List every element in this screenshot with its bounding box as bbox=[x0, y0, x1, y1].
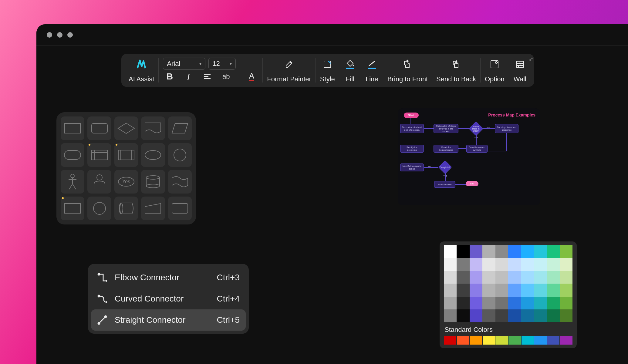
color-swatch[interactable] bbox=[534, 284, 547, 296]
shape-decision-yes[interactable]: Yes bbox=[114, 170, 138, 194]
color-swatch[interactable] bbox=[547, 245, 559, 258]
shape-card[interactable] bbox=[87, 116, 111, 140]
text-highlight-button[interactable]: ab bbox=[219, 70, 233, 83]
color-swatch[interactable] bbox=[470, 258, 482, 271]
color-swatch[interactable] bbox=[457, 297, 469, 309]
color-swatch[interactable] bbox=[534, 271, 547, 284]
color-swatch[interactable] bbox=[495, 258, 508, 271]
color-swatch[interactable] bbox=[534, 245, 547, 258]
color-swatch[interactable] bbox=[534, 309, 547, 322]
color-swatch[interactable] bbox=[457, 271, 469, 284]
fill-icon[interactable] bbox=[343, 58, 357, 71]
color-swatch[interactable] bbox=[508, 245, 521, 258]
color-swatch[interactable] bbox=[495, 245, 508, 258]
color-swatch[interactable] bbox=[444, 271, 457, 284]
color-swatch[interactable] bbox=[470, 284, 482, 296]
shape-actor[interactable] bbox=[61, 170, 84, 194]
send-to-back-section[interactable]: Send to Back bbox=[432, 56, 480, 84]
color-swatch[interactable] bbox=[508, 284, 521, 296]
color-swatch[interactable] bbox=[495, 284, 508, 296]
color-swatch[interactable] bbox=[560, 284, 572, 296]
shape-user[interactable] bbox=[87, 170, 111, 194]
align-button[interactable] bbox=[201, 70, 214, 83]
bring-to-front-icon[interactable] bbox=[401, 58, 414, 71]
color-swatch[interactable] bbox=[457, 309, 469, 322]
shape-rounded-rectangle[interactable] bbox=[61, 143, 84, 167]
shape-flag[interactable] bbox=[168, 170, 192, 194]
traffic-light-minimize[interactable] bbox=[57, 32, 62, 38]
shape-container[interactable] bbox=[168, 197, 192, 220]
option-section[interactable]: Option bbox=[481, 56, 509, 84]
color-swatch[interactable] bbox=[495, 309, 508, 322]
traffic-light-zoom[interactable] bbox=[67, 32, 73, 38]
connector-straight-item[interactable]: Straight Connector Ctrl+5 bbox=[91, 309, 246, 331]
shape-database[interactable] bbox=[114, 197, 138, 220]
connector-elbow-item[interactable]: Elbow Connector Ctrl+3 bbox=[91, 267, 246, 288]
color-swatch[interactable] bbox=[457, 245, 469, 258]
shape-subprocess[interactable] bbox=[87, 143, 111, 167]
shape-parallelogram[interactable] bbox=[168, 116, 192, 140]
font-family-select[interactable]: Arial▾ bbox=[163, 58, 205, 70]
standard-color-swatch[interactable] bbox=[560, 336, 572, 345]
color-swatch[interactable] bbox=[444, 309, 457, 322]
standard-color-swatch[interactable] bbox=[534, 336, 547, 345]
color-swatch[interactable] bbox=[457, 258, 469, 271]
bold-button[interactable]: B bbox=[163, 70, 176, 83]
shape-circle-outline[interactable] bbox=[87, 197, 111, 220]
color-swatch[interactable] bbox=[560, 297, 572, 309]
shape-rectangle[interactable] bbox=[61, 116, 84, 140]
shape-ellipse[interactable] bbox=[141, 143, 165, 167]
italic-button[interactable]: I bbox=[182, 70, 195, 83]
color-swatch[interactable] bbox=[508, 309, 521, 322]
color-swatch[interactable] bbox=[521, 245, 534, 258]
shape-cylinder[interactable] bbox=[141, 170, 165, 194]
wall-section[interactable]: ⤢ Wall bbox=[509, 56, 531, 84]
color-swatch[interactable] bbox=[470, 297, 482, 309]
color-swatch[interactable] bbox=[482, 271, 495, 284]
shape-diamond[interactable] bbox=[114, 116, 138, 140]
color-swatch[interactable] bbox=[547, 284, 559, 296]
color-swatch[interactable] bbox=[534, 258, 547, 271]
color-swatch[interactable] bbox=[547, 271, 559, 284]
color-swatch[interactable] bbox=[470, 271, 482, 284]
color-swatch[interactable] bbox=[560, 271, 572, 284]
shape-document[interactable] bbox=[141, 116, 165, 140]
format-painter-section[interactable]: Format Painter bbox=[263, 56, 316, 84]
ai-assist-icon[interactable] bbox=[135, 58, 148, 71]
expand-toolbar-icon[interactable]: ⤢ bbox=[529, 56, 533, 62]
bring-to-front-section[interactable]: Bring to Front bbox=[383, 56, 432, 84]
color-swatch[interactable] bbox=[457, 284, 469, 296]
color-swatch[interactable] bbox=[470, 309, 482, 322]
color-swatch[interactable] bbox=[521, 284, 534, 296]
standard-color-swatch[interactable] bbox=[547, 336, 560, 345]
color-swatch[interactable] bbox=[508, 297, 521, 309]
color-swatch[interactable] bbox=[521, 271, 534, 284]
ai-assist-section[interactable]: AI Assist bbox=[124, 56, 158, 84]
color-swatch[interactable] bbox=[444, 258, 457, 271]
standard-color-swatch[interactable] bbox=[522, 336, 534, 345]
color-swatch[interactable] bbox=[444, 245, 457, 258]
line-section[interactable]: Line bbox=[361, 56, 383, 84]
option-icon[interactable] bbox=[488, 58, 501, 71]
color-swatch[interactable] bbox=[470, 245, 482, 258]
standard-color-swatch[interactable] bbox=[483, 336, 495, 345]
shape-circle[interactable] bbox=[168, 143, 192, 167]
color-swatch[interactable] bbox=[547, 258, 559, 271]
send-to-back-icon[interactable] bbox=[450, 58, 463, 71]
color-swatch[interactable] bbox=[495, 271, 508, 284]
color-swatch[interactable] bbox=[444, 297, 457, 309]
color-swatch[interactable] bbox=[495, 297, 508, 309]
color-swatch[interactable] bbox=[482, 258, 495, 271]
color-swatch[interactable] bbox=[534, 297, 547, 309]
connector-curved-item[interactable]: Curved Connector Ctrl+4 bbox=[91, 288, 246, 309]
color-swatch[interactable] bbox=[560, 245, 572, 258]
standard-color-swatch[interactable] bbox=[508, 336, 521, 345]
standard-color-swatch[interactable] bbox=[444, 336, 456, 345]
color-swatch[interactable] bbox=[508, 258, 521, 271]
color-swatch[interactable] bbox=[521, 297, 534, 309]
style-section[interactable]: Style bbox=[316, 56, 339, 84]
font-size-select[interactable]: 12▾ bbox=[208, 58, 236, 70]
color-swatch[interactable] bbox=[444, 284, 457, 296]
color-swatch[interactable] bbox=[521, 309, 534, 322]
shape-internal-storage[interactable] bbox=[61, 197, 84, 220]
